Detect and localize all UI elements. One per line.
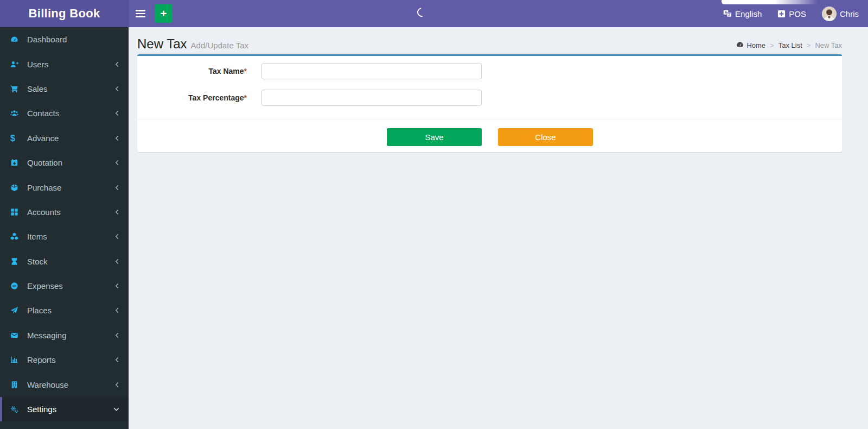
chevron-left-icon — [114, 234, 119, 239]
sidebar-item-label: Messaging — [27, 331, 67, 340]
sidebar-item-label: Contacts — [27, 109, 59, 118]
sidebar-item-label: Items — [27, 232, 47, 241]
tax-form-card: Tax Name* Tax Percentage* Save Close — [137, 54, 842, 152]
tax-name-input[interactable] — [261, 63, 482, 79]
language-icon — [723, 9, 732, 18]
user-menu[interactable]: Chris — [822, 7, 859, 21]
tax-percentage-input[interactable] — [261, 90, 482, 106]
sidebar-item-advance[interactable]: $ Advance — [0, 126, 129, 150]
page-title: New TaxAdd/Update Tax — [137, 36, 248, 52]
avatar — [822, 7, 837, 21]
grid-icon — [10, 208, 24, 216]
sidebar-item-settings[interactable]: Settings — [0, 397, 129, 421]
sidebar-item-label: Dashboard — [27, 35, 67, 44]
breadcrumb-home-link[interactable]: Home — [736, 41, 765, 50]
cubes-icon — [10, 232, 24, 241]
sidebar-item-expenses[interactable]: Expenses — [0, 274, 129, 298]
brand-title: Billing Book — [29, 7, 100, 21]
page-subtitle: Add/Update Tax — [191, 41, 248, 50]
sidebar-item-warehouse[interactable]: Warehouse — [0, 372, 129, 396]
sidebar-item-label: Reports — [27, 355, 56, 364]
sidebar-item-label: Users — [27, 60, 48, 69]
building-icon — [10, 381, 24, 389]
sidebar-item-label: Sales — [27, 84, 48, 93]
chevron-down-icon — [113, 407, 119, 412]
dashboard-icon — [10, 35, 24, 43]
chevron-left-icon — [114, 160, 119, 166]
sidebar-item-label: Places — [27, 306, 52, 315]
quick-add-button[interactable]: + — [155, 4, 173, 23]
pos-label: POS — [789, 9, 806, 18]
sidebar-item-accounts[interactable]: Accounts — [0, 200, 129, 224]
sidebar-item-messaging[interactable]: Messaging — [0, 323, 129, 348]
tax-name-row: Tax Name* — [137, 63, 842, 79]
chevron-left-icon — [114, 307, 119, 313]
chevron-left-icon — [114, 357, 119, 363]
content-header: New TaxAdd/Update Tax Home > Tax List > … — [129, 27, 868, 52]
chevron-left-icon — [114, 135, 119, 141]
sidebar-toggle-button[interactable] — [136, 9, 146, 18]
plus-square-icon — [777, 10, 786, 18]
main-content: New TaxAdd/Update Tax Home > Tax List > … — [129, 27, 868, 429]
user-plus-icon — [10, 60, 24, 68]
tax-percentage-row: Tax Percentage* — [137, 90, 842, 106]
chevron-left-icon — [114, 86, 119, 92]
sidebar-item-users[interactable]: Users — [0, 52, 129, 76]
user-name: Chris — [840, 9, 859, 18]
sidebar-item-contacts[interactable]: Contacts — [0, 101, 129, 125]
chevron-left-icon — [114, 61, 119, 67]
paper-plane-icon — [10, 306, 24, 314]
app-window: Billing Book + English — [0, 0, 868, 429]
sidebar-item-stock[interactable]: Stock — [0, 249, 129, 274]
sidebar-item-sales[interactable]: Sales — [0, 77, 129, 101]
sidebar-item-places[interactable]: Places — [0, 298, 129, 323]
tax-form-footer: Save Close — [137, 119, 842, 146]
required-mark: * — [244, 67, 247, 75]
envelope-icon — [10, 331, 24, 339]
bar-chart-icon — [10, 356, 24, 364]
sidebar-item-label: Warehouse — [27, 380, 68, 389]
hourglass-icon — [10, 257, 24, 266]
brand-logo[interactable]: Billing Book — [0, 0, 129, 27]
chevron-left-icon — [114, 382, 119, 388]
sidebar-item-label: Advance — [27, 134, 59, 143]
redaction-smudge — [722, 0, 818, 4]
breadcrumb-taxlist-link[interactable]: Tax List — [778, 41, 802, 49]
breadcrumb: Home > Tax List > New Tax — [736, 41, 842, 52]
chevron-left-icon — [114, 185, 119, 191]
chevron-left-icon — [114, 209, 119, 215]
gears-icon — [10, 405, 24, 413]
dollar-icon: $ — [10, 134, 24, 142]
sidebar-item-quotation[interactable]: Quotation — [0, 150, 129, 175]
breadcrumb-current: New Tax — [815, 41, 842, 49]
sidebar-item-label: Quotation — [27, 158, 62, 167]
top-navbar: + English — [129, 0, 868, 27]
chevron-left-icon — [114, 332, 119, 338]
sidebar-item-label: Settings — [27, 405, 56, 414]
sidebar-item-purchase[interactable]: Purchase — [0, 175, 129, 199]
home-dashboard-icon — [736, 41, 744, 50]
breadcrumb-separator: > — [770, 41, 774, 49]
language-menu[interactable]: English — [723, 9, 762, 18]
minus-circle-icon — [10, 282, 24, 290]
sidebar-item-label: Expenses — [27, 281, 63, 291]
tax-percentage-label: Tax Percentage* — [137, 93, 247, 102]
calendar-plus-icon — [10, 159, 24, 167]
cube-icon — [10, 184, 24, 192]
cart-icon — [10, 85, 24, 93]
language-label: English — [735, 9, 762, 18]
sidebar-nav: Dashboard Users Sales Contacts $ Adv — [0, 27, 129, 429]
sidebar-item-dashboard[interactable]: Dashboard — [0, 27, 129, 52]
save-button[interactable]: Save — [387, 128, 482, 146]
close-button[interactable]: Close — [498, 128, 593, 146]
chevron-left-icon — [114, 283, 119, 289]
pos-button[interactable]: POS — [777, 9, 806, 18]
chevron-left-icon — [114, 258, 119, 264]
sidebar-item-label: Stock — [27, 257, 48, 266]
sidebar-item-label: Purchase — [27, 183, 61, 192]
tax-name-label: Tax Name* — [137, 67, 247, 75]
sidebar-item-items[interactable]: Items — [0, 224, 129, 249]
sidebar-item-reports[interactable]: Reports — [0, 348, 129, 372]
required-mark: * — [244, 93, 247, 102]
sidebar-item-label: Accounts — [27, 207, 61, 217]
